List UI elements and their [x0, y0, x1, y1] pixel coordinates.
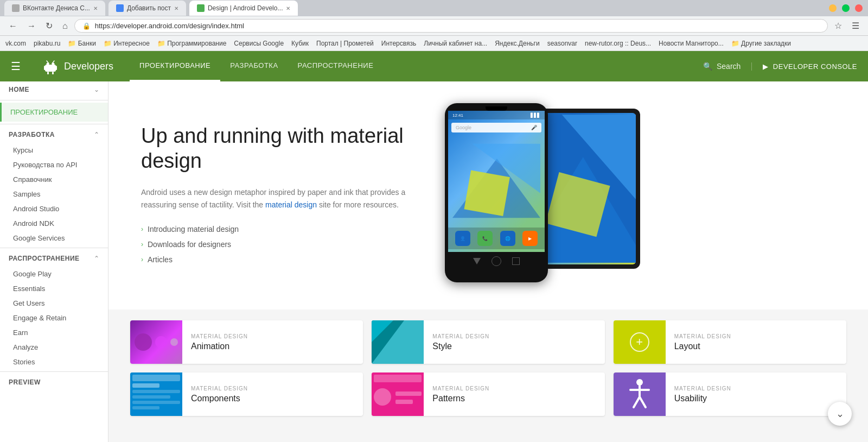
sidebar: HOME ⌄ ПРОЕКТИРОВАНИЕ РАЗРАБОТКА ⌃ Курсы… — [0, 81, 108, 442]
sidebar-distribute-header[interactable]: РАСПРОСТРАНЕНИЕ ⌃ — [0, 250, 108, 267]
layout-plus-icon: + — [630, 332, 649, 352]
hero-link-3[interactable]: › Articles — [141, 252, 412, 267]
hero-links-list: › Introducing material design › Download… — [141, 222, 412, 267]
window-close[interactable] — [855, 4, 863, 12]
tab-1[interactable]: ВКонтакте Дениса С... ✕ — [4, 1, 105, 16]
bookmark-portal[interactable]: Портал | Прометей — [316, 40, 374, 47]
reload-button[interactable]: ↻ — [42, 18, 56, 33]
sidebar-item-engage-retain[interactable]: Engage & Retain — [0, 311, 108, 325]
dev-console-button[interactable]: ▶ DEVELOPER CONSOLE — [751, 62, 857, 71]
bookmark-lk[interactable]: Личный кабинет на... — [424, 40, 487, 47]
sidebar-item-samples[interactable]: Samples — [0, 187, 108, 201]
main-content: Up and running with material design Andr… — [108, 81, 868, 442]
card-style[interactable]: MATERIAL DESIGN Style — [372, 320, 604, 364]
bookmark-cube[interactable]: Кубик — [291, 40, 309, 47]
card-patterns-info: MATERIAL DESIGN Patterns — [424, 379, 498, 410]
bookmark-season[interactable]: seasonvar — [547, 40, 577, 47]
tab-3[interactable]: Design | Android Develo... ✕ — [189, 1, 298, 16]
search-label: Search — [717, 62, 741, 71]
sidebar-item-stories[interactable]: Stories — [0, 355, 108, 369]
bookmark-banks[interactable]: 📁 Банки — [68, 40, 95, 47]
page-wrapper: ☰ Developers ПРОЕКТИРОВАНИЕ РАЗРАБОТКА Р… — [0, 51, 868, 442]
chevron-right-icon-3: › — [141, 256, 143, 263]
hero-link-2-label: Downloads for designers — [148, 240, 231, 249]
card-usability[interactable]: MATERIAL DESIGN Usability — [614, 372, 846, 416]
nav-design[interactable]: ПРОЕКТИРОВАНИЕ — [130, 51, 220, 81]
nav-right: 🔍 Search ▶ DEVELOPER CONSOLE — [703, 62, 857, 71]
card-patterns-thumb — [372, 372, 424, 416]
bookmark-news[interactable]: Новости Магнитоpo... — [659, 40, 724, 47]
hero-link-2[interactable]: › Downloads for designers — [141, 237, 412, 252]
svg-line-35 — [634, 397, 640, 407]
card-components[interactable]: MATERIAL DESIGN Components — [130, 372, 363, 416]
nav-develop[interactable]: РАЗРАБОТКА — [220, 51, 288, 81]
window-maximize[interactable] — [842, 4, 850, 12]
hero-link-1[interactable]: › Introducing material design — [141, 222, 412, 237]
bookmark-yandex[interactable]: Яндекс.Деньги — [495, 40, 539, 47]
sidebar-item-google-services[interactable]: Google Services — [0, 231, 108, 245]
sidebar-item-earn[interactable]: Earn — [0, 325, 108, 340]
card-patterns[interactable]: MATERIAL DESIGN Patterns — [372, 372, 604, 416]
bookmark-button[interactable]: ☆ — [831, 18, 845, 33]
sidebar-preview-header[interactable]: PREVIEW — [0, 374, 108, 390]
search-button[interactable]: 🔍 Search — [703, 62, 741, 71]
card-animation-thumb — [130, 320, 182, 364]
material-design-link[interactable]: material design — [265, 200, 317, 209]
home-chevron-icon: ⌄ — [94, 86, 99, 93]
sidebar-item-design[interactable]: ПРОЕКТИРОВАНИЕ — [0, 103, 108, 122]
url-text: https://developer.android.com/design/ind… — [95, 22, 244, 30]
main-layout: HOME ⌄ ПРОЕКТИРОВАНИЕ РАЗРАБОТКА ⌃ Курсы… — [0, 81, 868, 442]
back-button[interactable]: ← — [5, 19, 21, 33]
cards-grid: MATERIAL DESIGN Animation MATERIA — [108, 310, 868, 427]
bookmark-newrutor[interactable]: new-rutor.org :: Deus... — [585, 40, 651, 47]
forward-button[interactable]: → — [24, 19, 39, 33]
svg-rect-31 — [395, 400, 413, 404]
browser-chrome: ВКонтакте Дениса С... ✕ Добавить пост ✕ … — [0, 0, 868, 51]
sidebar-item-google-play[interactable]: Google Play — [0, 267, 108, 281]
address-bar[interactable]: 🔒 https://developer.android.com/design/i… — [74, 19, 828, 33]
sidebar-item-kursy[interactable]: Курсы — [0, 143, 108, 157]
hamburger-icon[interactable]: ☰ — [11, 60, 21, 73]
bookmark-inter[interactable]: Интерсвязь — [381, 40, 416, 47]
scroll-down-button[interactable]: ⌄ — [828, 402, 852, 426]
svg-rect-26 — [132, 406, 159, 409]
sidebar-item-api[interactable]: Руководства по API — [0, 157, 108, 172]
sidebar-item-spravochnik[interactable]: Справочник — [0, 172, 108, 187]
card-animation-title: Animation — [191, 342, 248, 351]
card-usability-category: MATERIAL DESIGN — [674, 386, 731, 392]
bookmark-google[interactable]: Сервисы Google — [234, 40, 284, 47]
bookmark-programming[interactable]: 📁 Программирование — [157, 40, 227, 47]
card-layout-title: Layout — [674, 342, 731, 351]
sidebar-item-android-studio[interactable]: Android Studio — [0, 201, 108, 216]
sidebar-item-essentials[interactable]: Essentials — [0, 281, 108, 296]
sidebar-develop-header[interactable]: РАЗРАБОТКА ⌃ — [0, 127, 108, 143]
bookmark-pikabu[interactable]: pikabu.ru — [34, 40, 60, 47]
card-patterns-title: Patterns — [432, 394, 489, 403]
svg-rect-28 — [374, 375, 422, 382]
card-layout[interactable]: + MATERIAL DESIGN Layout — [614, 320, 846, 364]
tab1-close[interactable]: ✕ — [93, 5, 98, 11]
bookmark-other[interactable]: 📁 Другие закладки — [731, 40, 791, 47]
bookmark-vk[interactable]: vk.com — [5, 40, 26, 47]
window-minimize[interactable] — [829, 4, 837, 12]
tab-2[interactable]: Добавить пост ✕ — [108, 1, 186, 16]
bookmark-interesting[interactable]: 📁 Интересное — [104, 40, 150, 47]
card-animation[interactable]: MATERIAL DESIGN Animation — [130, 320, 363, 364]
menu-button[interactable]: ☰ — [848, 18, 863, 33]
animation-thumb-circles — [130, 320, 182, 364]
nav-distribute[interactable]: РАСПРОСТРАНЕНИЕ — [288, 51, 384, 81]
hero-link-1-label: Introducing material design — [148, 225, 239, 233]
card-layout-info: MATERIAL DESIGN Layout — [666, 327, 740, 358]
hero-section: Up and running with material design Andr… — [108, 81, 868, 310]
svg-rect-22 — [132, 383, 159, 388]
sidebar-home[interactable]: HOME ⌄ — [0, 81, 108, 98]
browser-toolbar: ← → ↻ ⌂ 🔒 https://developer.android.com/… — [0, 16, 868, 36]
tab2-close[interactable]: ✕ — [174, 5, 178, 11]
sidebar-item-get-users[interactable]: Get Users — [0, 296, 108, 311]
chevron-down-icon: ⌄ — [836, 408, 844, 420]
home-button[interactable]: ⌂ — [59, 19, 71, 33]
sidebar-item-android-ndk[interactable]: Android NDK — [0, 216, 108, 231]
sidebar-item-analyze[interactable]: Analyze — [0, 340, 108, 355]
tab3-close[interactable]: ✕ — [286, 5, 290, 11]
svg-rect-6 — [52, 72, 54, 74]
